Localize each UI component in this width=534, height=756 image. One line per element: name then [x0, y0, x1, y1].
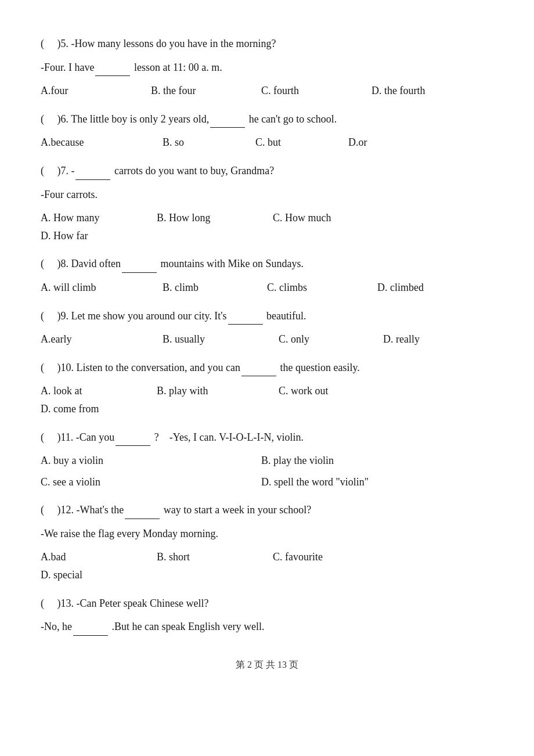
q9-text: ( )9. Let me show you around our city. I…: [41, 307, 493, 325]
q10-options: A. look at B. play with C. work out D. c…: [41, 382, 493, 417]
question-8: ( )8. David often mountains with Mike on…: [41, 255, 493, 296]
q9-option-a: A.early: [41, 330, 163, 348]
q5-answer: -Four. I have lesson at 11: 00 a. m.: [41, 59, 493, 77]
question-6: ( )6. The little boy is only 2 years old…: [41, 110, 493, 152]
question-13: ( )13. -Can Peter speak Chinese well? -N…: [41, 595, 493, 636]
q8-option-b: B. climb: [163, 279, 267, 297]
q12-options: A.bad B. short C. favourite D. special: [41, 548, 493, 584]
q10-option-d: D. come from: [41, 400, 151, 418]
q8-text: ( )8. David often mountains with Mike on…: [41, 255, 493, 273]
q13-answer: -No, he .But he can speak English very w…: [41, 618, 493, 636]
page-number: 第 2 页 共 13 页: [236, 660, 298, 669]
q8-option-a: A. will climb: [41, 279, 163, 297]
q6-option-c: C. but: [255, 134, 348, 152]
question-10: ( )10. Listen to the conversation, and y…: [41, 359, 493, 418]
q8-option-c: C. climbs: [267, 279, 377, 297]
q5-options: A.four B. the four C. fourth D. the four…: [41, 82, 493, 100]
q9-option-b: B. usually: [163, 330, 279, 348]
q5-option-b: B. the four: [151, 82, 261, 100]
q6-option-a: A.because: [41, 134, 163, 152]
question-9: ( )9. Let me show you around our city. I…: [41, 307, 493, 348]
q11-option-d: D. spell the word "violin": [261, 473, 371, 491]
q6-text: ( )6. The little boy is only 2 years old…: [41, 110, 493, 128]
q6-option-b: B. so: [163, 134, 255, 152]
exam-content: ( )5. -How many lessons do you have in t…: [41, 35, 493, 636]
q12-answer: -We raise the flag every Monday morning.: [41, 525, 493, 543]
question-5: ( )5. -How many lessons do you have in t…: [41, 35, 493, 100]
page-footer: 第 2 页 共 13 页: [41, 659, 493, 671]
q5-text: ( )5. -How many lessons do you have in t…: [41, 35, 493, 53]
q10-option-b: B. play with: [157, 382, 279, 400]
q7-options: A. How many B. How long C. How much D. H…: [41, 209, 493, 244]
q5-option-c: C. fourth: [261, 82, 371, 100]
q12-text: ( )12. -What's the way to start a week i…: [41, 501, 493, 519]
q12-option-c: C. favourite: [273, 548, 389, 566]
q7-option-a: A. How many: [41, 209, 157, 227]
q11-options-row1: A. buy a violin B. play the violin: [41, 452, 493, 470]
q9-option-c: C. only: [279, 330, 383, 348]
q9-options: A.early B. usually C. only D. really: [41, 330, 493, 348]
q5-option-d: D. the fourth: [371, 82, 482, 100]
q11-text: ( )11. -Can you ? -Yes, I can. V-I-O-L-I…: [41, 429, 493, 447]
question-12: ( )12. -What's the way to start a week i…: [41, 501, 493, 584]
q8-option-d: D. climbed: [377, 279, 488, 297]
question-11: ( )11. -Can you ? -Yes, I can. V-I-O-L-I…: [41, 429, 493, 491]
q5-option-a: A.four: [41, 82, 151, 100]
q11-option-c: C. see a violin: [41, 473, 261, 491]
q7-option-b: B. How long: [157, 209, 273, 227]
q11-option-b: B. play the violin: [261, 452, 371, 470]
question-7: ( )7. - carrots do you want to buy, Gran…: [41, 162, 493, 244]
q10-option-a: A. look at: [41, 382, 157, 400]
q13-text: ( )13. -Can Peter speak Chinese well?: [41, 595, 493, 613]
q7-answer: -Four carrots.: [41, 186, 493, 204]
q8-options: A. will climb B. climb C. climbs D. clim…: [41, 279, 493, 297]
q11-options-row2: C. see a violin D. spell the word "violi…: [41, 473, 493, 491]
q9-option-d: D. really: [383, 330, 493, 348]
q12-option-d: D. special: [41, 566, 151, 584]
q12-option-b: B. short: [157, 548, 273, 566]
q6-option-d: D.or: [348, 134, 459, 152]
q10-text: ( )10. Listen to the conversation, and y…: [41, 359, 493, 377]
q7-option-d: D. How far: [41, 227, 151, 245]
q7-text: ( )7. - carrots do you want to buy, Gran…: [41, 162, 493, 180]
q11-option-a: A. buy a violin: [41, 452, 261, 470]
q7-option-c: C. How much: [273, 209, 389, 227]
q10-option-c: C. work out: [279, 382, 395, 400]
q12-option-a: A.bad: [41, 548, 157, 566]
q6-options: A.because B. so C. but D.or: [41, 134, 493, 152]
